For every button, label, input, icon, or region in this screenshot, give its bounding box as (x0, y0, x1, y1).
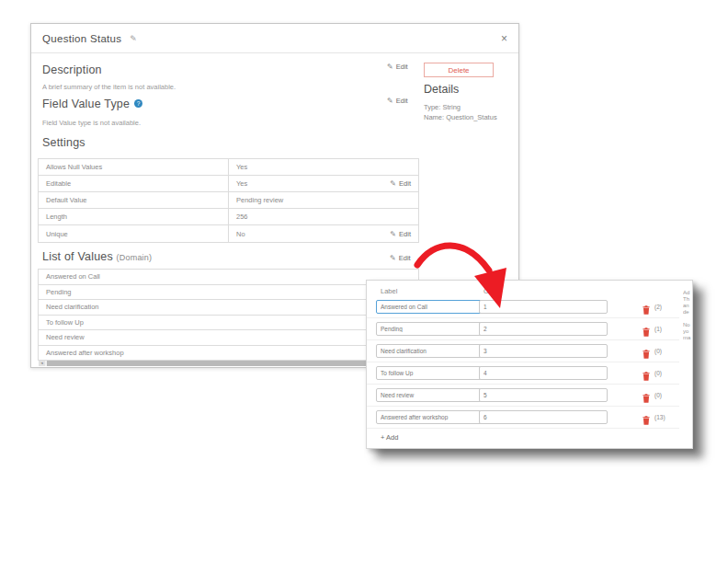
settings-row-allows-null: Allows Null Values Yes (39, 159, 418, 176)
list-of-values-heading: List of Values (Domain) (42, 250, 152, 263)
list-item: To follow Up (39, 316, 418, 331)
field-value-type-heading: Field Value Type? (42, 98, 142, 110)
setting-value: 256 (236, 213, 248, 221)
delete-button[interactable]: Delete (424, 63, 494, 77)
value-count: (1) (654, 326, 662, 332)
settings-row-editable: Editable Yes ✎ Edit (39, 176, 418, 192)
list-item: Answered after workshop (39, 346, 418, 362)
help-icon[interactable]: ? (134, 99, 142, 108)
trash-icon[interactable] (643, 324, 650, 333)
code-column-header: Code (483, 287, 500, 295)
dialog-header: Question Status ✎ × (31, 24, 518, 53)
setting-label: Unique (39, 225, 229, 242)
description-text: A brief summary of the item is not avail… (42, 83, 176, 91)
code-input[interactable] (479, 322, 608, 336)
close-icon[interactable]: × (501, 33, 507, 44)
list-item: Need review (39, 330, 418, 346)
code-input[interactable] (479, 410, 608, 424)
details-type: Type: String (424, 103, 461, 111)
trash-icon[interactable] (643, 390, 650, 399)
description-heading: Description (42, 63, 102, 76)
edit-title-icon[interactable]: ✎ (130, 34, 137, 43)
list-of-values-table: Answered on Call Pending Need clarificat… (38, 269, 419, 361)
edit-label: Edit (399, 179, 411, 188)
value-count: (0) (654, 348, 662, 354)
domain-row: (0) (367, 340, 679, 362)
list-item: Need clarification (39, 300, 418, 316)
setting-label: Allows Null Values (39, 159, 229, 175)
value-count: (13) (654, 414, 665, 420)
setting-label: Editable (39, 176, 229, 191)
value-count: (0) (654, 370, 662, 376)
pencil-icon: ✎ (387, 63, 393, 71)
settings-row-unique: Unique No ✎ Edit (39, 225, 418, 242)
edit-label: Edit (396, 97, 408, 105)
code-input[interactable] (479, 366, 608, 380)
trash-icon[interactable] (643, 412, 650, 421)
setting-value: Yes (236, 179, 247, 188)
setting-label: Length (39, 209, 229, 224)
code-input[interactable] (479, 388, 608, 402)
scrollbar-thumb[interactable] (47, 361, 370, 366)
trash-icon[interactable] (643, 302, 650, 311)
field-value-type-text: Field Value type is not available. (42, 119, 141, 127)
value-count: (0) (654, 392, 662, 398)
clipped-help-text: Ad Th an de No yo ma (683, 290, 694, 400)
settings-heading: Settings (42, 136, 85, 149)
trash-icon[interactable] (643, 346, 650, 355)
code-input[interactable] (479, 344, 608, 358)
details-heading: Details (424, 83, 459, 96)
pencil-icon: ✎ (390, 254, 396, 262)
edit-description-button[interactable]: ✎ Edit (387, 63, 408, 71)
domain-row: (2) (367, 296, 679, 318)
edit-unique-button[interactable]: ✎ Edit (390, 230, 411, 238)
list-of-values-title: List of Values (42, 250, 113, 263)
setting-value: Pending review (236, 196, 283, 204)
setting-value: No (236, 230, 245, 238)
edit-editable-button[interactable]: ✎ Edit (390, 179, 411, 188)
horizontal-scrollbar[interactable]: ◄ (39, 361, 419, 366)
dialog-title: Question Status (42, 33, 121, 44)
field-value-type-label: Field Value Type (42, 98, 130, 110)
edit-field-value-type-button[interactable]: ✎ Edit (387, 97, 408, 105)
domain-row: (0) (367, 385, 679, 407)
list-item: Pending (39, 285, 418, 301)
domain-row: (13) (367, 407, 679, 429)
label-column-header: Label (381, 287, 397, 295)
pencil-icon: ✎ (390, 179, 396, 188)
trash-icon[interactable] (643, 368, 650, 377)
domain-row: (0) (367, 362, 679, 385)
edit-label: Edit (396, 63, 408, 71)
pencil-icon: ✎ (387, 97, 393, 105)
settings-row-default-value: Default Value Pending review (39, 192, 418, 209)
details-name: Name: Question_Status (424, 113, 497, 121)
setting-label: Default Value (39, 192, 229, 208)
list-item: Answered on Call (39, 270, 418, 285)
add-value-button[interactable]: + Add (381, 433, 398, 442)
domain-editor-overlay: Label Code (2) (1) (0) (0) (366, 280, 693, 449)
scroll-left-icon[interactable]: ◄ (39, 361, 45, 366)
domain-rows: (2) (1) (0) (0) (0) (367, 296, 679, 429)
code-input[interactable] (479, 300, 608, 314)
setting-value: Yes (236, 163, 247, 171)
domain-suffix: (Domain) (117, 253, 153, 262)
edit-label: Edit (399, 230, 411, 238)
settings-table: Allows Null Values Yes Editable Yes ✎ Ed… (38, 158, 419, 243)
domain-row: (1) (367, 318, 679, 340)
value-count: (2) (654, 304, 662, 310)
edit-list-of-values-button[interactable]: ✎ Edit (390, 254, 411, 262)
edit-label: Edit (399, 254, 411, 262)
pencil-icon: ✎ (390, 230, 396, 238)
settings-row-length: Length 256 (39, 209, 418, 225)
